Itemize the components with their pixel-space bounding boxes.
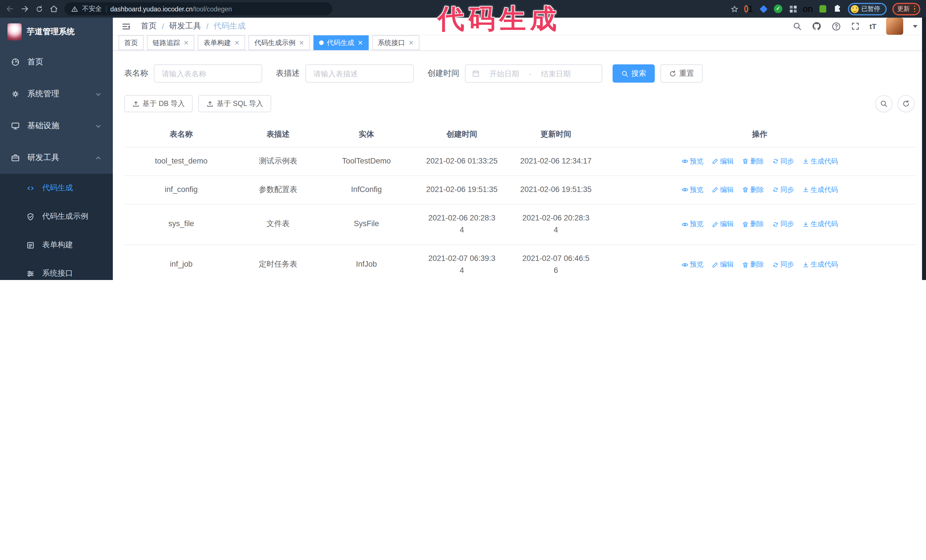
navbar-right: tT: [792, 18, 917, 35]
edit-icon: [711, 158, 718, 165]
reload-icon[interactable]: [35, 5, 43, 13]
sidebar-item-system-management[interactable]: 系统管理: [0, 78, 113, 110]
tab-home[interactable]: 首页: [118, 35, 144, 50]
reset-button[interactable]: 重置: [660, 64, 703, 83]
delete-link[interactable]: 删除: [741, 219, 764, 229]
refresh-icon[interactable]: [897, 95, 915, 112]
extensions-puzzle-icon[interactable]: [833, 4, 842, 14]
close-icon[interactable]: ✕: [357, 39, 363, 47]
tab-code-generation[interactable]: 代码生成✕: [313, 35, 368, 50]
tab-tracing[interactable]: 链路追踪✕: [147, 35, 194, 50]
home-icon[interactable]: [50, 5, 58, 13]
sidebar-item-form-builder[interactable]: 表单构建: [0, 231, 113, 259]
import-db-button[interactable]: 基于 DB 导入: [124, 95, 193, 112]
extension-icon-bot[interactable]: [818, 4, 827, 14]
extension-icon-gem[interactable]: [759, 4, 768, 14]
delete-link[interactable]: 删除: [741, 184, 764, 195]
help-icon[interactable]: [831, 21, 841, 31]
preview-link[interactable]: 预览: [681, 156, 704, 167]
edit-link[interactable]: 编辑: [711, 260, 734, 270]
sidebar-item-infrastructure[interactable]: 基础设施: [0, 110, 113, 142]
sidebar-item-label: 表单构建: [42, 240, 73, 250]
github-icon[interactable]: [811, 21, 822, 31]
sync-link[interactable]: 同步: [772, 184, 794, 195]
url-text[interactable]: dashboard.yudao.iocoder.cn/tool/codegen: [110, 5, 232, 12]
preview-link[interactable]: 预览: [681, 184, 704, 195]
sidebar-toggle-icon[interactable]: [121, 21, 131, 31]
download-icon: [802, 221, 809, 228]
start-date-input[interactable]: [484, 69, 525, 78]
import-sql-button[interactable]: 基于 SQL 导入: [198, 95, 271, 112]
sidebar-item-codegen-example[interactable]: 代码生成示例: [0, 202, 113, 231]
back-icon[interactable]: [6, 5, 14, 13]
table-desc-input[interactable]: [312, 69, 407, 78]
font-size-icon[interactable]: tT: [869, 22, 876, 30]
breadcrumb-home[interactable]: 首页: [141, 21, 157, 31]
breadcrumb: 首页 / 研发工具 / 代码生成: [141, 21, 246, 31]
forward-icon[interactable]: [21, 5, 29, 13]
breadcrumb-dev-tools[interactable]: 研发工具: [169, 21, 201, 31]
preview-link[interactable]: 预览: [681, 219, 704, 229]
extension-icon-grid[interactable]: [788, 4, 797, 14]
action-label: 删除: [750, 260, 764, 270]
edit-link[interactable]: 编辑: [711, 184, 734, 195]
tab-label: 系统接口: [378, 38, 405, 48]
extension-icon-check[interactable]: ✓: [773, 4, 783, 14]
preview-link[interactable]: 预览: [681, 260, 704, 270]
close-icon[interactable]: ✕: [409, 39, 414, 47]
table-name-input[interactable]: [161, 69, 255, 78]
generate-code-link[interactable]: 生成代码: [802, 260, 838, 270]
date-range-picker[interactable]: -: [465, 64, 602, 83]
generate-code-link[interactable]: 生成代码: [802, 184, 838, 195]
bookmark-star-icon[interactable]: [730, 5, 738, 13]
calendar-icon: [472, 69, 480, 77]
close-icon[interactable]: ✕: [299, 39, 304, 47]
sidebar-item-code-generation[interactable]: 代码生成: [0, 174, 113, 202]
close-icon[interactable]: ✕: [183, 39, 189, 47]
tab-codegen-example[interactable]: 代码生成示例✕: [249, 35, 310, 50]
annotation-watermark: 代码生成: [438, 1, 561, 37]
browser-menu-icon[interactable]: [914, 6, 915, 12]
tab-form-builder[interactable]: 表单构建✕: [198, 35, 245, 50]
sync-link[interactable]: 同步: [772, 260, 794, 270]
search-icon[interactable]: [792, 22, 802, 31]
profile-paused-chip[interactable]: 已暂停: [848, 3, 887, 15]
fullscreen-icon[interactable]: [850, 22, 859, 31]
cell-updated: 2021-02-07 06:46:5 6: [509, 245, 603, 280]
edit-link[interactable]: 编辑: [711, 219, 734, 229]
extension-icon-orange[interactable]: 1: [744, 4, 753, 14]
close-icon[interactable]: ✕: [234, 39, 239, 47]
sidebar-item-home[interactable]: 首页: [0, 46, 113, 78]
avatar[interactable]: [886, 18, 903, 35]
address-bar[interactable]: 不安全 dashboard.yudao.iocoder.cn/tool/code…: [64, 2, 332, 15]
action-label: 同步: [781, 184, 794, 195]
window-scrollbar[interactable]: [922, 18, 926, 280]
caret-down-icon[interactable]: [913, 25, 917, 28]
sidebar-item-dev-tools[interactable]: 研发工具: [0, 142, 113, 174]
search-toggle-icon[interactable]: [875, 95, 893, 112]
tab-system-api[interactable]: 系统接口✕: [372, 35, 419, 50]
end-date-input[interactable]: [536, 69, 576, 78]
extension-icon-dark-on[interactable]: on: [803, 4, 812, 14]
col-table-name: 表名称: [124, 122, 238, 147]
sidebar-item-system-api[interactable]: 系统接口: [0, 259, 113, 280]
range-separator: -: [529, 69, 531, 78]
action-label: 生成代码: [811, 156, 838, 167]
generate-code-link[interactable]: 生成代码: [802, 219, 838, 229]
search-button[interactable]: 搜索: [613, 64, 655, 83]
col-created: 创建时间: [415, 122, 509, 147]
sync-link[interactable]: 同步: [772, 156, 794, 167]
generate-code-link[interactable]: 生成代码: [802, 156, 838, 167]
delete-link[interactable]: 删除: [741, 156, 764, 167]
cell-updated: 2021-02-06 20:28:3 4: [509, 204, 603, 245]
eye-icon: [681, 261, 688, 268]
tab-label: 首页: [124, 38, 138, 48]
col-entity: 实体: [318, 122, 415, 147]
security-warning-icon[interactable]: [71, 5, 78, 12]
delete-icon: [741, 187, 749, 193]
edit-link[interactable]: 编辑: [711, 156, 734, 167]
browser-update-button[interactable]: 更新: [892, 3, 920, 15]
delete-link[interactable]: 删除: [741, 260, 764, 270]
app-logo[interactable]: 芋道管理系统: [0, 18, 113, 46]
sync-link[interactable]: 同步: [772, 219, 794, 229]
